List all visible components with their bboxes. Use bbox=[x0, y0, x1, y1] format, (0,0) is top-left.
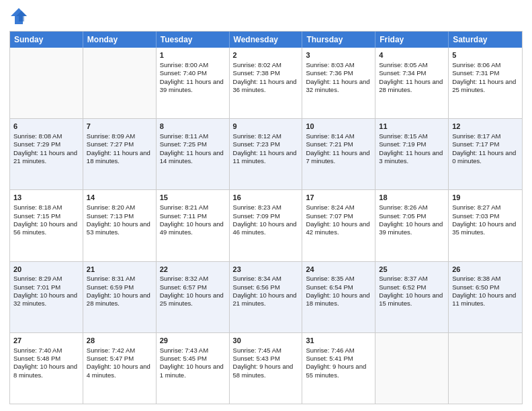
calendar-cell: 10Sunrise: 8:14 AM Sunset: 7:21 PM Dayli… bbox=[302, 119, 375, 189]
calendar-cell bbox=[449, 333, 522, 404]
calendar-cell: 27Sunrise: 7:40 AM Sunset: 5:48 PM Dayli… bbox=[10, 333, 83, 404]
calendar-cell: 23Sunrise: 8:34 AM Sunset: 6:56 PM Dayli… bbox=[230, 262, 303, 332]
day-number: 30 bbox=[233, 336, 299, 346]
day-number: 9 bbox=[233, 122, 299, 132]
day-info: Sunrise: 8:32 AM Sunset: 6:57 PM Dayligh… bbox=[160, 275, 226, 308]
day-info: Sunrise: 8:06 AM Sunset: 7:31 PM Dayligh… bbox=[452, 61, 519, 94]
calendar-cell: 16Sunrise: 8:23 AM Sunset: 7:09 PM Dayli… bbox=[230, 190, 303, 261]
day-info: Sunrise: 7:42 AM Sunset: 5:47 PM Dayligh… bbox=[87, 347, 152, 379]
day-info: Sunrise: 8:26 AM Sunset: 7:05 PM Dayligh… bbox=[379, 203, 445, 236]
calendar-cell: 14Sunrise: 8:20 AM Sunset: 7:13 PM Dayli… bbox=[83, 190, 157, 261]
day-number: 11 bbox=[379, 122, 445, 132]
calendar-cell: 30Sunrise: 7:45 AM Sunset: 5:43 PM Dayli… bbox=[230, 333, 303, 404]
weekday-header: Friday bbox=[375, 32, 449, 48]
calendar-cell: 7Sunrise: 8:09 AM Sunset: 7:27 PM Daylig… bbox=[83, 119, 157, 189]
day-info: Sunrise: 8:09 AM Sunset: 7:27 PM Dayligh… bbox=[87, 132, 152, 165]
day-info: Sunrise: 8:08 AM Sunset: 7:29 PM Dayligh… bbox=[13, 132, 79, 165]
day-number: 4 bbox=[379, 50, 445, 60]
logo bbox=[9, 7, 31, 26]
logo-icon bbox=[9, 7, 28, 26]
day-info: Sunrise: 8:23 AM Sunset: 7:09 PM Dayligh… bbox=[233, 203, 299, 236]
day-number: 28 bbox=[87, 336, 152, 346]
weekday-header: Sunday bbox=[10, 32, 83, 48]
day-info: Sunrise: 8:03 AM Sunset: 7:36 PM Dayligh… bbox=[306, 61, 371, 94]
calendar-cell: 31Sunrise: 7:46 AM Sunset: 5:41 PM Dayli… bbox=[302, 333, 375, 404]
weekday-header: Tuesday bbox=[157, 32, 230, 48]
calendar-cell: 18Sunrise: 8:26 AM Sunset: 7:05 PM Dayli… bbox=[375, 190, 449, 261]
calendar-cell: 20Sunrise: 8:29 AM Sunset: 7:01 PM Dayli… bbox=[10, 262, 83, 332]
day-info: Sunrise: 7:43 AM Sunset: 5:45 PM Dayligh… bbox=[160, 347, 226, 379]
day-info: Sunrise: 8:05 AM Sunset: 7:34 PM Dayligh… bbox=[379, 61, 445, 94]
day-info: Sunrise: 8:14 AM Sunset: 7:21 PM Dayligh… bbox=[306, 132, 371, 165]
calendar-cell bbox=[10, 48, 83, 118]
day-info: Sunrise: 8:15 AM Sunset: 7:19 PM Dayligh… bbox=[379, 132, 445, 165]
day-info: Sunrise: 8:27 AM Sunset: 7:03 PM Dayligh… bbox=[452, 203, 519, 236]
day-info: Sunrise: 8:34 AM Sunset: 6:56 PM Dayligh… bbox=[233, 275, 299, 308]
calendar-cell: 1Sunrise: 8:00 AM Sunset: 7:40 PM Daylig… bbox=[157, 48, 230, 118]
day-info: Sunrise: 8:12 AM Sunset: 7:23 PM Dayligh… bbox=[233, 132, 299, 165]
day-number: 8 bbox=[160, 122, 226, 132]
day-info: Sunrise: 8:02 AM Sunset: 7:38 PM Dayligh… bbox=[233, 61, 299, 94]
day-number: 15 bbox=[160, 193, 226, 203]
day-number: 29 bbox=[160, 336, 226, 346]
calendar-cell: 11Sunrise: 8:15 AM Sunset: 7:19 PM Dayli… bbox=[375, 119, 449, 189]
calendar-cell: 17Sunrise: 8:24 AM Sunset: 7:07 PM Dayli… bbox=[302, 190, 375, 261]
day-number: 12 bbox=[452, 122, 519, 132]
day-number: 10 bbox=[306, 122, 371, 132]
day-number: 13 bbox=[13, 193, 79, 203]
day-number: 19 bbox=[452, 193, 519, 203]
calendar-cell: 25Sunrise: 8:37 AM Sunset: 6:52 PM Dayli… bbox=[375, 262, 449, 332]
day-info: Sunrise: 7:46 AM Sunset: 5:41 PM Dayligh… bbox=[306, 347, 371, 379]
calendar-cell: 12Sunrise: 8:17 AM Sunset: 7:17 PM Dayli… bbox=[449, 119, 522, 189]
weekday-header: Saturday bbox=[449, 32, 522, 48]
day-number: 24 bbox=[306, 265, 371, 275]
day-number: 7 bbox=[87, 122, 152, 132]
day-number: 2 bbox=[233, 50, 299, 60]
calendar-row: 6Sunrise: 8:08 AM Sunset: 7:29 PM Daylig… bbox=[10, 118, 522, 189]
calendar-cell bbox=[83, 48, 157, 118]
calendar-cell: 24Sunrise: 8:35 AM Sunset: 6:54 PM Dayli… bbox=[302, 262, 375, 332]
day-number: 23 bbox=[233, 265, 299, 275]
day-info: Sunrise: 8:11 AM Sunset: 7:25 PM Dayligh… bbox=[160, 132, 226, 165]
day-number: 20 bbox=[13, 265, 79, 275]
header bbox=[9, 7, 523, 26]
day-number: 6 bbox=[13, 122, 79, 132]
day-number: 25 bbox=[379, 265, 445, 275]
day-info: Sunrise: 8:21 AM Sunset: 7:11 PM Dayligh… bbox=[160, 203, 226, 236]
day-number: 26 bbox=[452, 265, 519, 275]
weekday-header: Thursday bbox=[302, 32, 375, 48]
day-info: Sunrise: 8:17 AM Sunset: 7:17 PM Dayligh… bbox=[452, 132, 519, 165]
calendar-row: 20Sunrise: 8:29 AM Sunset: 7:01 PM Dayli… bbox=[10, 261, 522, 332]
calendar-cell bbox=[375, 333, 449, 404]
day-number: 17 bbox=[306, 193, 371, 203]
day-info: Sunrise: 7:40 AM Sunset: 5:48 PM Dayligh… bbox=[13, 347, 79, 379]
calendar-cell: 6Sunrise: 8:08 AM Sunset: 7:29 PM Daylig… bbox=[10, 119, 83, 189]
calendar-cell: 22Sunrise: 8:32 AM Sunset: 6:57 PM Dayli… bbox=[157, 262, 230, 332]
calendar-cell: 26Sunrise: 8:38 AM Sunset: 6:50 PM Dayli… bbox=[449, 262, 522, 332]
day-info: Sunrise: 8:37 AM Sunset: 6:52 PM Dayligh… bbox=[379, 275, 445, 308]
calendar-cell: 5Sunrise: 8:06 AM Sunset: 7:31 PM Daylig… bbox=[449, 48, 522, 118]
calendar-cell: 13Sunrise: 8:18 AM Sunset: 7:15 PM Dayli… bbox=[10, 190, 83, 261]
day-number: 3 bbox=[306, 50, 371, 60]
calendar-cell: 4Sunrise: 8:05 AM Sunset: 7:34 PM Daylig… bbox=[375, 48, 449, 118]
day-number: 1 bbox=[160, 50, 226, 60]
weekday-header: Monday bbox=[83, 32, 157, 48]
day-number: 31 bbox=[306, 336, 371, 346]
day-info: Sunrise: 8:18 AM Sunset: 7:15 PM Dayligh… bbox=[13, 203, 79, 236]
calendar-cell: 15Sunrise: 8:21 AM Sunset: 7:11 PM Dayli… bbox=[157, 190, 230, 261]
calendar-cell: 8Sunrise: 8:11 AM Sunset: 7:25 PM Daylig… bbox=[157, 119, 230, 189]
calendar-cell: 21Sunrise: 8:31 AM Sunset: 6:59 PM Dayli… bbox=[83, 262, 157, 332]
day-info: Sunrise: 7:45 AM Sunset: 5:43 PM Dayligh… bbox=[233, 347, 299, 379]
day-info: Sunrise: 8:29 AM Sunset: 7:01 PM Dayligh… bbox=[13, 275, 79, 308]
calendar: SundayMondayTuesdayWednesdayThursdayFrid… bbox=[9, 31, 523, 404]
calendar-cell: 3Sunrise: 8:03 AM Sunset: 7:36 PM Daylig… bbox=[302, 48, 375, 118]
day-info: Sunrise: 8:35 AM Sunset: 6:54 PM Dayligh… bbox=[306, 275, 371, 308]
calendar-cell: 28Sunrise: 7:42 AM Sunset: 5:47 PM Dayli… bbox=[83, 333, 157, 404]
calendar-cell: 9Sunrise: 8:12 AM Sunset: 7:23 PM Daylig… bbox=[230, 119, 303, 189]
day-number: 16 bbox=[233, 193, 299, 203]
day-info: Sunrise: 8:31 AM Sunset: 6:59 PM Dayligh… bbox=[87, 275, 152, 308]
day-number: 27 bbox=[13, 336, 79, 346]
calendar-cell: 29Sunrise: 7:43 AM Sunset: 5:45 PM Dayli… bbox=[157, 333, 230, 404]
day-number: 14 bbox=[87, 193, 152, 203]
day-number: 18 bbox=[379, 193, 445, 203]
